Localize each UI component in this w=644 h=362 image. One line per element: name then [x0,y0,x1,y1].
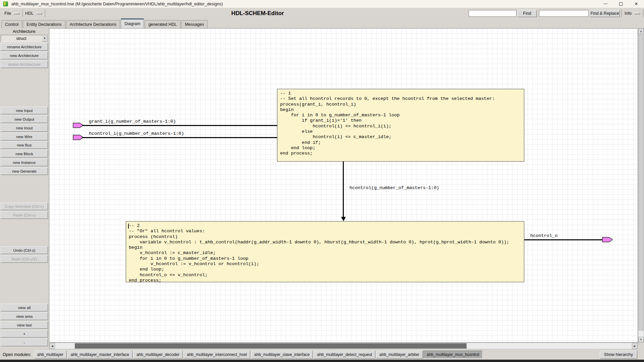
minimize-button[interactable] [598,0,613,8]
module-ahb-multilayer-detect-request[interactable]: ahb_multilayer_detect_request [314,351,375,359]
hdl-schem-editor-window: ahb_multilayer_mux_hcontrol.hse (M:/gesi… [0,0,644,362]
maximize-icon [619,2,623,6]
process-block-2[interactable]: -- 2 -- "Or" all hcontrol values: proces… [126,221,524,282]
minimize-icon [604,4,607,4]
scroll-left-icon[interactable]: ◀ [49,343,55,349]
module-ahb-multilayer-slave-interface[interactable]: ahb_multilayer_slave_interface [251,351,313,359]
module-ahb-multilayer-interconnect-hsel[interactable]: ahb_multilayer_interconnect_hsel [183,351,250,359]
diagram-canvas[interactable]: grant_i(g_number_of_masters-1:0) hcontro… [49,28,638,343]
open-modules-label: Open modules: [3,352,31,357]
app-title: HDL-SCHEM-Editor [231,8,284,18]
zoom-in-button[interactable]: + [1,330,48,338]
show-hierarchy-button[interactable]: Show hierarchy [600,351,637,359]
info-menu-label: Info [625,11,632,16]
wire-hcontrol-label[interactable]: hcontrol(g_number_of_masters-1:0) [350,185,439,190]
new-instance-button[interactable]: new Instance [1,159,48,166]
horizontal-scrollbar-thumb[interactable] [75,343,467,349]
new-generate-button[interactable]: new Generate [1,167,48,175]
tearoff-dash-icon [634,12,640,14]
tab-entity-declarations[interactable]: Entity Declarations [23,20,65,28]
hdl-menu-label: HDL [25,11,34,16]
view-all-button[interactable]: view all [1,304,48,311]
tab-diagram[interactable]: Diagram [121,18,144,28]
module-ahb-multilayer[interactable]: ahb_multilayer [34,351,67,359]
maximize-button[interactable] [613,0,629,8]
scroll-up-icon[interactable]: ▲ [638,28,644,34]
scroll-down-icon[interactable]: ▼ [638,337,644,342]
new-wire-button[interactable]: new Wire [1,133,48,140]
find-button[interactable]: Find [518,10,537,17]
redo-button[interactable]: Redo (Ctrl-y/Z) [1,255,48,263]
copy-selection-button[interactable]: Copy Selection (Ctrl-c) [1,202,48,210]
scrollbar-corner [638,343,644,349]
tab-messages[interactable]: Messages [181,20,208,28]
chevron-down-icon[interactable]: ▼ [42,35,48,42]
rename-architecture-button[interactable]: rename Architecture [1,43,48,51]
undo-button[interactable]: Undo (Ctrl-z) [1,246,48,254]
tab-generated-hdl[interactable]: generated HDL [145,20,180,28]
view-area-button[interactable]: view area [1,312,48,320]
wire-grant-i-label[interactable]: grant_i(g_number_of_masters-1:0) [89,119,176,124]
find-replace-button[interactable]: Find & Replace [590,10,620,17]
window-controls: ✕ [598,0,644,8]
module-ahb-multilayer-mux-hcontrol[interactable]: ahb_multilayer_mux_hcontrol [423,351,483,359]
find-input[interactable] [469,10,517,17]
tab-architecture-declarations[interactable]: Architecture Declarations [66,20,120,28]
new-bus-button[interactable]: new Bus [1,141,48,149]
vertical-scrollbar[interactable]: ▲ ▼ [638,28,644,343]
info-menu[interactable]: Info [621,9,643,17]
output-port-hcontrol-o[interactable] [602,237,613,242]
module-ahb-multilayer-arbiter[interactable]: ahb_multilayer_arbiter [376,351,423,359]
new-inout-button[interactable]: new Inout [1,124,48,132]
window-title: ahb_multilayer_mux_hcontrol.hse (M:/gesi… [11,2,223,6]
process-block-1-code: -- 1 -- Set all hcontrol records to 0, e… [280,91,524,157]
module-ahb-multilayer-master-interface[interactable]: ahb_multilayer_master_interface [67,351,132,359]
scroll-right-icon[interactable]: ▶ [632,343,638,349]
app-icon [3,1,8,6]
delete-architecture-button[interactable]: delete Architecture [1,60,48,68]
tearoff-dash-icon [14,12,19,14]
view-last-button[interactable]: view last [1,321,48,329]
horizontal-scrollbar[interactable]: ◀ ▶ [49,343,638,349]
tearoff-dash-icon [36,12,42,14]
file-menu[interactable]: File [1,9,23,17]
new-architecture-button[interactable]: new Architecture [1,52,48,59]
module-ahb-multilayer-decoder[interactable]: ahb_multilayer_decoder [133,351,183,359]
wire-hcontrol-o-label[interactable]: hcontrol_o [530,233,557,238]
replace-input[interactable] [539,10,589,17]
paste-button[interactable]: Paste (Ctrl-v) [1,211,48,219]
new-block-button[interactable]: new Block [1,150,48,158]
new-input-button[interactable]: new Input [1,107,48,114]
architecture-label: Architecture: [0,29,49,34]
wire-grant-i[interactable] [82,125,277,126]
taskbar-edge [0,360,644,362]
close-icon: ✕ [635,2,638,6]
new-output-button[interactable]: new Output [1,115,48,123]
file-menu-label: File [4,11,11,16]
sidebar: Architecture: struct ▼ rename Architectu… [0,28,49,349]
open-modules-bar: Open modules: ahb_multilayer ahb_multila… [0,349,644,360]
canvas-area: grant_i(g_number_of_masters-1:0) hcontro… [49,28,644,349]
wire-hcontrol-i-label[interactable]: hcontrol_i(g_number_of_masters-1:0) [89,131,184,136]
process-block-2-code: -- 2 -- "Or" all hcontrol values: proces… [129,223,524,283]
titlebar: ahb_multilayer_mux_hcontrol.hse (M:/gesi… [0,0,644,8]
wire-hcontrol-o[interactable] [524,239,605,240]
architecture-select[interactable]: struct ▼ [1,35,48,42]
zoom-out-button[interactable]: - [1,339,48,346]
architecture-select-value: struct [1,36,42,41]
tab-control[interactable]: Control [1,20,22,28]
menubar: File HDL HDL-SCHEM-Editor Find Find & Re… [0,8,644,18]
close-button[interactable]: ✕ [629,0,644,8]
text-cursor [128,224,129,229]
wire-hcontrol[interactable] [343,162,344,218]
tab-bar: Control Entity Declarations Architecture… [0,18,644,28]
wire-arrowhead-icon [341,217,346,221]
wire-hcontrol-i[interactable] [82,137,277,138]
hdl-menu[interactable]: HDL [22,9,45,17]
vertical-scrollbar-thumb[interactable] [639,34,643,330]
process-block-1[interactable]: -- 1 -- Set all hcontrol records to 0, e… [277,89,524,162]
